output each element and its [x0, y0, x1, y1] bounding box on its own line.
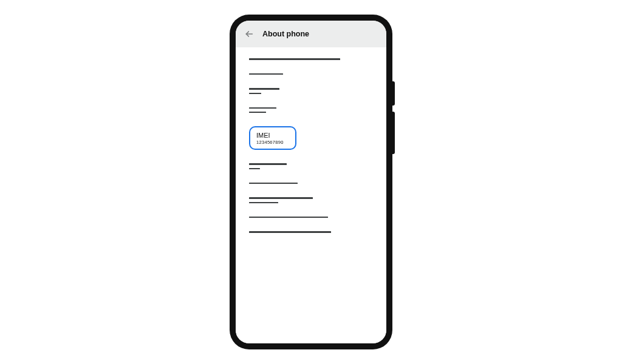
- imei-label: IMEI: [256, 132, 289, 139]
- list-item[interactable]: [249, 107, 373, 113]
- list-item[interactable]: [249, 73, 373, 75]
- placeholder-line: [249, 107, 276, 109]
- phone-side-button-large: [392, 112, 395, 154]
- placeholder-line: [249, 217, 328, 218]
- placeholder-line: [249, 183, 298, 184]
- placeholder-line: [249, 231, 331, 233]
- list-item[interactable]: [249, 197, 373, 203]
- placeholder-line: [249, 112, 266, 113]
- placeholder-line: [249, 202, 278, 203]
- phone-screen: About phone IMEI 1234567890: [236, 21, 386, 343]
- placeholder-line: [249, 168, 260, 169]
- list-item[interactable]: [249, 163, 373, 169]
- app-header: About phone: [236, 21, 386, 47]
- list-item[interactable]: [249, 58, 373, 60]
- settings-content: IMEI 1234567890: [236, 47, 386, 343]
- phone-frame: About phone IMEI 1234567890: [230, 15, 392, 349]
- placeholder-line: [249, 88, 279, 90]
- back-arrow-icon[interactable]: [244, 29, 254, 39]
- placeholder-line: [249, 163, 287, 165]
- list-item[interactable]: [249, 88, 373, 94]
- phone-side-button-small: [392, 81, 395, 106]
- placeholder-line: [249, 73, 283, 75]
- list-item[interactable]: [249, 217, 373, 218]
- page-title: About phone: [262, 30, 309, 38]
- list-item[interactable]: [249, 183, 373, 184]
- list-item[interactable]: [249, 231, 373, 233]
- placeholder-line: [249, 197, 313, 199]
- imei-highlight-box[interactable]: IMEI 1234567890: [249, 126, 296, 150]
- placeholder-line: [249, 93, 261, 94]
- placeholder-line: [249, 58, 340, 60]
- imei-value: 1234567890: [256, 140, 289, 145]
